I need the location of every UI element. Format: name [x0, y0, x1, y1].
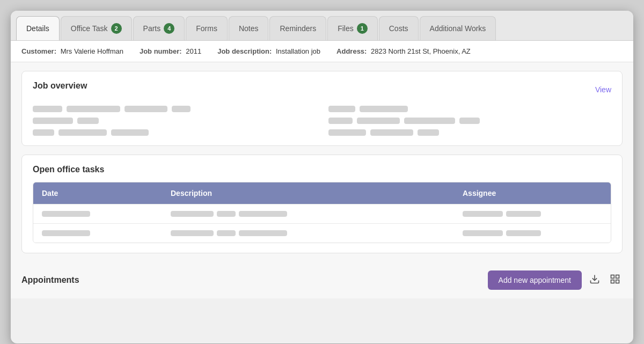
skel-block — [357, 118, 400, 124]
content-area: Customer: Mrs Valerie Hoffman Job number… — [11, 41, 633, 298]
svg-rect-3 — [611, 280, 614, 283]
skel-row-3 — [33, 129, 316, 136]
tab-badge-office-task: 2 — [111, 23, 122, 34]
cell-assignee-2 — [463, 230, 602, 236]
skeleton-col-left — [33, 106, 316, 136]
tasks-table: Date Description Assignee — [33, 182, 611, 243]
skel-block — [125, 106, 167, 112]
view-link[interactable]: View — [595, 85, 611, 94]
cell-date-1 — [42, 211, 171, 217]
svg-rect-1 — [611, 275, 614, 278]
skel-block — [111, 129, 149, 136]
skeleton-content — [33, 106, 611, 136]
customer-field: Customer: Mrs Valerie Hoffman — [21, 47, 123, 55]
skel-block — [77, 118, 99, 124]
main-body: Job overview View — [11, 62, 633, 262]
table-row[interactable] — [33, 204, 611, 223]
skel-row-1 — [33, 106, 316, 112]
job-overview-header: Job overview View — [33, 81, 611, 98]
tab-forms[interactable]: Forms — [186, 16, 228, 40]
svg-rect-2 — [616, 275, 619, 278]
skel-block — [360, 106, 408, 112]
skel-block — [463, 211, 503, 217]
skeleton-col-right — [328, 106, 611, 136]
tab-bar: Details Office Task 2 Parts 4 Forms Note… — [11, 11, 633, 41]
skel-block — [217, 211, 236, 217]
skel-block — [33, 118, 73, 124]
grid-icon[interactable] — [608, 272, 623, 289]
skel-row-2 — [33, 118, 316, 124]
tab-files[interactable]: Files 1 — [327, 16, 378, 40]
appointments-title: Appointments — [21, 275, 79, 285]
tab-additional-works[interactable]: Additional Works — [420, 16, 496, 40]
tab-parts[interactable]: Parts 4 — [133, 16, 185, 40]
skel-block — [239, 230, 287, 236]
table-header-row: Date Description Assignee — [33, 182, 611, 204]
cell-desc-2 — [171, 230, 463, 236]
tab-reminders[interactable]: Reminders — [269, 16, 326, 40]
skel-block — [42, 211, 90, 217]
cell-date-2 — [42, 230, 171, 236]
cell-assignee-1 — [463, 211, 602, 217]
skel-block — [33, 129, 54, 136]
appointments-section: Appointments Add new appointment — [11, 262, 633, 298]
tab-details[interactable]: Details — [16, 16, 60, 40]
main-window: Details Office Task 2 Parts 4 Forms Note… — [11, 11, 633, 343]
skel-block — [58, 129, 107, 136]
col-date: Date — [42, 189, 171, 197]
tab-office-task[interactable]: Office Task 2 — [61, 16, 132, 40]
info-bar: Customer: Mrs Valerie Hoffman Job number… — [11, 41, 633, 62]
open-office-tasks-card: Open office tasks Date Description Assig… — [21, 155, 623, 253]
tab-badge-files: 1 — [357, 23, 368, 34]
tab-badge-parts: 4 — [164, 23, 174, 34]
skel-block — [370, 129, 413, 136]
skel-block — [67, 106, 120, 112]
add-appointment-button[interactable]: Add new appointment — [488, 270, 582, 290]
download-icon[interactable] — [587, 272, 602, 289]
skel-block — [328, 129, 366, 136]
job-overview-card: Job overview View — [21, 71, 623, 146]
skel-block — [172, 106, 191, 112]
col-assignee: Assignee — [463, 189, 602, 197]
skel-row-5 — [328, 118, 611, 124]
tab-costs[interactable]: Costs — [379, 16, 419, 40]
skel-block — [463, 230, 503, 236]
skel-row-4 — [328, 106, 611, 112]
cell-desc-1 — [171, 211, 463, 217]
skel-block — [42, 230, 90, 236]
skel-block — [506, 211, 541, 217]
skel-row-6 — [328, 129, 611, 136]
job-number-field: Job number: 2011 — [140, 47, 201, 55]
col-description: Description — [171, 189, 463, 197]
skel-block — [328, 118, 353, 124]
appointments-actions: Add new appointment — [488, 270, 623, 290]
skel-block — [171, 211, 214, 217]
skel-block — [171, 230, 214, 236]
job-overview-title: Job overview — [33, 81, 87, 91]
table-row[interactable] — [33, 223, 611, 243]
skel-block — [33, 106, 62, 112]
address-field: Address: 2823 North 21st St, Phoenix, AZ — [336, 47, 471, 55]
svg-rect-4 — [616, 280, 619, 283]
job-description-field: Job description: Installation job — [217, 47, 320, 55]
open-office-tasks-title: Open office tasks — [33, 165, 611, 174]
skel-block — [418, 129, 439, 136]
tab-notes[interactable]: Notes — [229, 16, 269, 40]
skel-block — [328, 106, 355, 112]
skel-block — [239, 211, 287, 217]
skel-block — [506, 230, 541, 236]
skel-block — [459, 118, 480, 124]
skel-block — [217, 230, 236, 236]
skel-block — [404, 118, 455, 124]
